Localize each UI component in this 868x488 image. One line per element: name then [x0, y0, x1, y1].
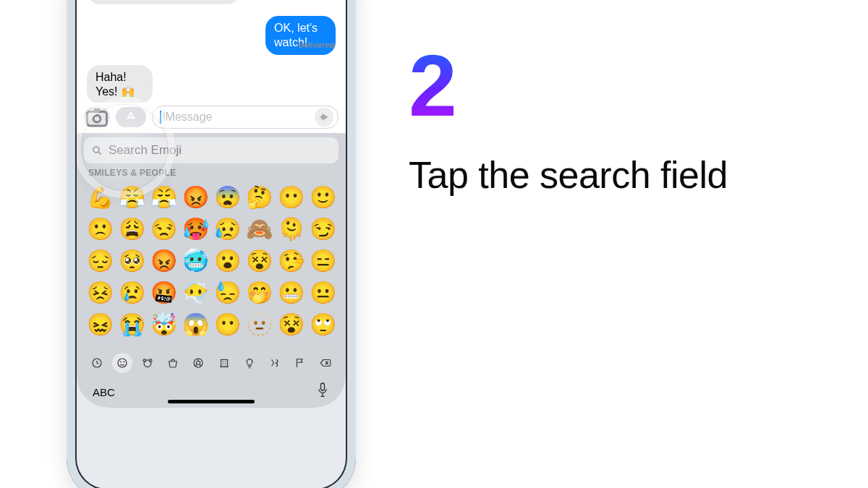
emoji-cell[interactable]: 😶: [211, 308, 243, 340]
imessage-placeholder: iMessage: [163, 111, 212, 124]
category-smileys[interactable]: [112, 353, 132, 373]
emoji-cell[interactable]: 🫥: [243, 308, 275, 340]
emoji-cell[interactable]: 🤬: [148, 276, 179, 308]
waveform-icon: [318, 111, 330, 123]
bear-icon: [141, 356, 154, 369]
emoji-cell[interactable]: 🥶: [179, 244, 211, 276]
food-icon: [166, 356, 179, 369]
svg-point-7: [144, 360, 151, 367]
emoji-cell[interactable]: 🙈: [243, 213, 275, 244]
emoji-cell[interactable]: 😔: [84, 244, 116, 276]
svg-point-1: [93, 115, 101, 122]
emoji-cell[interactable]: 😤: [148, 181, 179, 213]
emoji-cell[interactable]: 🤯: [148, 308, 179, 340]
voice-message-button[interactable]: [315, 108, 333, 127]
category-bar: [77, 350, 346, 376]
iphone-device: Not if we watch together! I'll get the 🍿…: [67, 0, 356, 488]
emoji-cell[interactable]: 😵: [243, 244, 275, 276]
step-number: 2: [409, 42, 868, 129]
smiley-icon: [116, 356, 129, 369]
abc-key[interactable]: ABC: [93, 386, 115, 398]
svg-point-5: [120, 361, 121, 362]
appstore-icon: [124, 111, 137, 124]
category-activity[interactable]: [188, 353, 208, 373]
text-caret: [160, 111, 161, 124]
screen: Not if we watch together! I'll get the 🍿…: [77, 0, 346, 408]
emoji-cell[interactable]: 😖: [84, 308, 116, 340]
emoji-cell[interactable]: 😵: [275, 308, 307, 340]
category-travel[interactable]: [214, 353, 234, 373]
emoji-cell[interactable]: 😥: [211, 213, 243, 244]
svg-point-4: [118, 359, 127, 367]
flag-icon: [294, 356, 307, 369]
step-text: Tap the search field: [409, 153, 868, 197]
home-indicator[interactable]: [168, 400, 255, 403]
clock-icon: [90, 356, 103, 369]
emoji-section-label: SMILEYS & PEOPLE: [77, 168, 346, 178]
category-food[interactable]: [163, 353, 183, 373]
emoji-cell[interactable]: 😢: [116, 276, 148, 308]
backspace-icon: [319, 356, 332, 369]
soccer-icon: [192, 356, 205, 369]
emoji-cell[interactable]: 😬: [275, 276, 307, 308]
emoji-cell[interactable]: 🤥: [275, 244, 307, 276]
emoji-cell[interactable]: 😡: [148, 244, 179, 276]
compose-row: iMessage: [77, 103, 346, 132]
emoji-cell[interactable]: 😡: [179, 181, 211, 213]
emoji-search-field[interactable]: Search Emoji: [84, 137, 339, 163]
conversation-view: Not if we watch together! I'll get the 🍿…: [77, 0, 346, 133]
emoji-keyboard: Search Emoji SMILEYS & PEOPLE 💪😤😤😡😨🤔😶🙂🙁😩…: [77, 133, 346, 408]
category-recent[interactable]: [87, 353, 107, 373]
emoji-cell[interactable]: 🙁: [84, 213, 116, 244]
svg-point-2: [93, 147, 99, 153]
symbols-icon: [268, 356, 281, 369]
incoming-message: Not if we watch together! I'll get the 🍿: [87, 0, 240, 4]
emoji-search-placeholder: Search Emoji: [109, 143, 182, 158]
emoji-cell[interactable]: 😤: [116, 181, 148, 213]
incoming-message: Haha! Yes! 🙌: [87, 65, 153, 104]
emoji-cell[interactable]: 😨: [211, 181, 243, 213]
building-icon: [218, 356, 231, 369]
emoji-cell[interactable]: 💪: [84, 181, 116, 213]
emoji-cell[interactable]: 😓: [211, 276, 243, 308]
emoji-cell[interactable]: 😩: [116, 213, 148, 244]
svg-rect-0: [88, 112, 107, 127]
emoji-cell[interactable]: 🥺: [116, 244, 148, 276]
dictation-button[interactable]: [315, 382, 330, 402]
emoji-cell[interactable]: 😣: [84, 276, 116, 308]
emoji-cell[interactable]: 😶: [275, 181, 307, 213]
category-symbols[interactable]: [265, 353, 285, 373]
emoji-cell[interactable]: 😑: [307, 244, 339, 276]
emoji-grid: 💪😤😤😡😨🤔😶🙂🙁😩😒🥵😥🙈🫠😏😔🥺😡🥶😮😵🤥😑😣😢🤬😶‍🌫️😓🤭😬😐😖😭🤯😱😶…: [77, 178, 346, 340]
emoji-cell[interactable]: 🤔: [243, 181, 275, 213]
emoji-cell[interactable]: 😐: [307, 276, 339, 308]
delivered-status: Delivered: [298, 40, 334, 49]
emoji-cell[interactable]: 😏: [307, 213, 339, 244]
svg-rect-12: [321, 383, 325, 390]
emoji-cell[interactable]: 🙄: [307, 308, 339, 340]
category-flags[interactable]: [290, 353, 310, 373]
imessage-field[interactable]: iMessage: [152, 106, 339, 129]
svg-point-6: [124, 361, 124, 362]
emoji-cell[interactable]: 🥵: [179, 213, 211, 244]
instruction-panel: 2 Tap the search field: [409, 0, 868, 488]
camera-button[interactable]: [84, 107, 110, 127]
microphone-icon: [315, 382, 330, 399]
emoji-cell[interactable]: 😶‍🌫️: [179, 276, 211, 308]
category-animals[interactable]: [137, 353, 158, 373]
emoji-cell[interactable]: 🫠: [275, 213, 307, 244]
camera-icon: [84, 104, 110, 130]
emoji-cell[interactable]: 🙂: [307, 181, 339, 213]
svg-rect-11: [221, 360, 227, 367]
emoji-cell[interactable]: 😱: [179, 308, 211, 340]
emoji-cell[interactable]: 🤭: [243, 276, 275, 308]
svg-point-9: [149, 359, 152, 362]
delete-key[interactable]: [315, 353, 336, 373]
category-objects[interactable]: [239, 353, 260, 373]
svg-point-8: [143, 359, 146, 362]
app-store-button[interactable]: [116, 107, 146, 127]
emoji-cell[interactable]: 😭: [116, 308, 148, 340]
search-icon: [91, 145, 103, 156]
emoji-cell[interactable]: 😮: [211, 244, 243, 276]
emoji-cell[interactable]: 😒: [148, 213, 179, 244]
